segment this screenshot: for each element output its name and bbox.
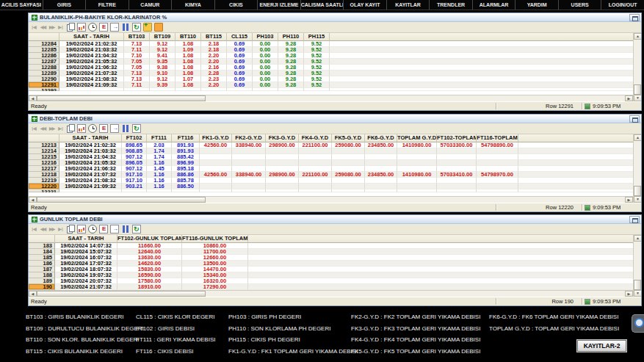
pause-icon[interactable] (121, 124, 130, 133)
column-header[interactable]: FK4-G.Y.D (299, 134, 332, 142)
report-icon[interactable] (99, 225, 108, 234)
column-header[interactable]: FK1-G.Y.D (200, 134, 232, 142)
column-header[interactable]: FK3-G.Y.D (266, 134, 299, 142)
next-page-icon[interactable] (48, 124, 55, 133)
menu-item[interactable]: CAMUR (129, 0, 173, 10)
menu-item[interactable]: LOGIN/OUT (601, 0, 644, 10)
vertical-scrollbar[interactable]: ▲ ▼ (633, 235, 641, 297)
kayitlar-2-button[interactable]: KAYITLAR-2 (577, 340, 626, 352)
menu-item[interactable]: YARDIM (515, 0, 559, 10)
scroll-left-icon[interactable]: ◀ (29, 95, 37, 101)
scroll-right-icon[interactable]: ▶ (625, 95, 633, 101)
scroll-left-icon[interactable]: ◀ (29, 291, 37, 297)
scroll-down-icon[interactable]: ▼ (634, 290, 641, 297)
copy-icon[interactable] (66, 225, 75, 234)
column-header[interactable]: SAAT - TARIH (59, 134, 122, 142)
column-header[interactable]: BT109 (150, 33, 176, 41)
scroll-up-icon[interactable]: ▲ (634, 33, 641, 40)
table-row[interactable]: 18719/02/2024 18:07:3215830.0014470.00 (29, 267, 633, 272)
scroll-down-icon[interactable]: ▼ (634, 196, 641, 203)
table-row[interactable]: 1221719/02/2024 21:06:32907.121.45895.18 (29, 166, 633, 172)
table-row[interactable]: 1228719/02/2024 21:05:327.059.351.082.20… (29, 59, 633, 65)
column-header[interactable]: CL115 (227, 33, 253, 41)
scroll-right-icon[interactable]: ▶ (625, 197, 633, 203)
vertical-scrollbar[interactable]: ▲ ▼ (633, 134, 641, 203)
column-header[interactable]: SAAT - TARIH (59, 33, 124, 41)
column-header[interactable]: FT102 (122, 134, 147, 142)
column-header[interactable]: FT111 (147, 134, 172, 142)
column-header[interactable]: SAAT - TARIH (55, 235, 117, 243)
table-row[interactable]: 18519/02/2024 16:07:3213630.0012660.00 (29, 255, 633, 261)
scrollbar-thumb[interactable] (37, 291, 206, 297)
scrollbar-thumb[interactable] (37, 95, 206, 101)
scroll-right-icon[interactable]: ▶ (625, 291, 633, 297)
table-row[interactable]: 1221819/02/2024 21:07:32917.101.16886.86… (29, 172, 633, 178)
vertical-scrollbar[interactable]: ▲ ▼ (633, 33, 641, 101)
export-icon[interactable] (110, 124, 119, 133)
prev-page-icon[interactable] (40, 124, 46, 133)
first-record-icon[interactable] (31, 23, 37, 32)
last-record-icon[interactable] (57, 124, 64, 133)
scroll-down-icon[interactable]: ▼ (634, 95, 641, 101)
column-header[interactable]: FT116 (172, 134, 200, 142)
refresh-icon[interactable] (132, 225, 141, 234)
scroll-up-icon[interactable]: ▲ (634, 134, 641, 141)
table-row[interactable]: 1221319/02/2024 21:02:32898.652.03891.93… (29, 142, 633, 148)
menu-item[interactable]: ALARMLAR (473, 0, 516, 10)
prev-page-icon[interactable] (40, 23, 46, 32)
export-icon[interactable] (110, 23, 119, 32)
column-header[interactable]: FK2-G.Y.D (232, 134, 266, 142)
scrollbar-thumb[interactable] (37, 197, 206, 203)
window-titlebar[interactable]: BULANIKLIK-PH-BAKIYE KLOR-KLARINATOR % (29, 13, 641, 22)
column-header[interactable]: FK5-G.Y.D (332, 134, 365, 142)
refresh-icon[interactable] (132, 124, 141, 133)
horizontal-scrollbar[interactable]: ◀ ▶ (29, 196, 633, 203)
column-header[interactable]: FK6-G.Y.D (365, 134, 397, 142)
prev-page-icon[interactable] (40, 225, 46, 234)
menu-item[interactable]: CIKIS (215, 0, 258, 10)
tray-badge-icon[interactable] (632, 314, 644, 333)
scrollbar-thumb[interactable] (634, 280, 641, 290)
window-titlebar[interactable]: GUNLUK TOPLAM DEBI (29, 215, 641, 224)
column-header[interactable]: FT102-TOPLAM (437, 134, 477, 142)
table-row[interactable]: 18419/02/2024 15:07:3212640.0011700.00 (29, 249, 633, 255)
table-row[interactable]: 1221619/02/2024 21:05:32896.051.16896.99 (29, 160, 633, 166)
table-row[interactable]: 18319/02/2024 14:07:3211660.0010860.00 (29, 243, 633, 249)
window-titlebar[interactable]: DEBI-TOPLAM DEBI (29, 115, 641, 123)
table-row[interactable]: 1221419/02/2024 21:03:32908.851.74891.93 (29, 148, 633, 154)
table-row[interactable]: 1221519/02/2024 21:04:32907.121.74885.42 (29, 154, 633, 160)
menu-item[interactable]: ENERJI IZLEME (258, 0, 301, 10)
menu-item[interactable]: KIMYA (172, 0, 215, 10)
table-row[interactable]: 1229019/02/2024 21:08:327.139.121.072.23… (29, 76, 633, 82)
table-row[interactable]: 18619/02/2024 17:07:3214620.0013500.00 (29, 261, 633, 267)
table-row[interactable]: 1228819/02/2024 21:06:327.059.381.082.16… (29, 65, 633, 70)
chart-icon[interactable] (77, 124, 86, 133)
restore-window-button[interactable] (629, 216, 640, 223)
table-row[interactable]: 18819/02/2024 19:07:3216590.0015340.00 (29, 272, 633, 278)
copy-icon[interactable] (66, 23, 75, 32)
scroll-up-icon[interactable]: ▲ (634, 235, 641, 242)
next-page-icon[interactable] (48, 23, 55, 32)
scrollbar-thumb[interactable] (634, 84, 641, 95)
scroll-left-icon[interactable]: ◀ (29, 197, 37, 203)
last-record-icon[interactable] (57, 23, 64, 32)
column-header[interactable]: FT116-GUNLUK TOPLAM (182, 235, 248, 243)
menu-item[interactable]: ACILIS SAYFASI (0, 0, 43, 10)
export-icon[interactable] (110, 225, 119, 234)
chart-icon[interactable] (77, 225, 86, 234)
horizontal-scrollbar[interactable]: ◀ ▶ (29, 95, 633, 101)
menu-item[interactable]: CALISMA SAATLERI (301, 0, 344, 10)
report-icon[interactable] (99, 124, 108, 133)
table-row[interactable]: 1222019/02/2024 21:09:32903.211.16886.50 (29, 184, 633, 189)
refresh-icon[interactable] (132, 23, 141, 32)
table-row[interactable]: 1221919/02/2024 21:08:32917.101.16885.78 (29, 178, 633, 184)
horizontal-scrollbar[interactable]: ◀ ▶ (29, 290, 633, 297)
column-header[interactable]: PH115 (304, 33, 330, 41)
clock-icon[interactable] (88, 23, 97, 32)
table-row[interactable]: 1228419/02/2024 21:02:327.139.121.082.18… (29, 41, 633, 47)
pause-icon[interactable] (121, 23, 130, 32)
new-folder-icon[interactable] (143, 23, 152, 32)
menu-item[interactable]: FILTRE (86, 0, 129, 10)
chart-icon[interactable] (77, 23, 86, 32)
column-header[interactable]: BT115 (201, 33, 227, 41)
